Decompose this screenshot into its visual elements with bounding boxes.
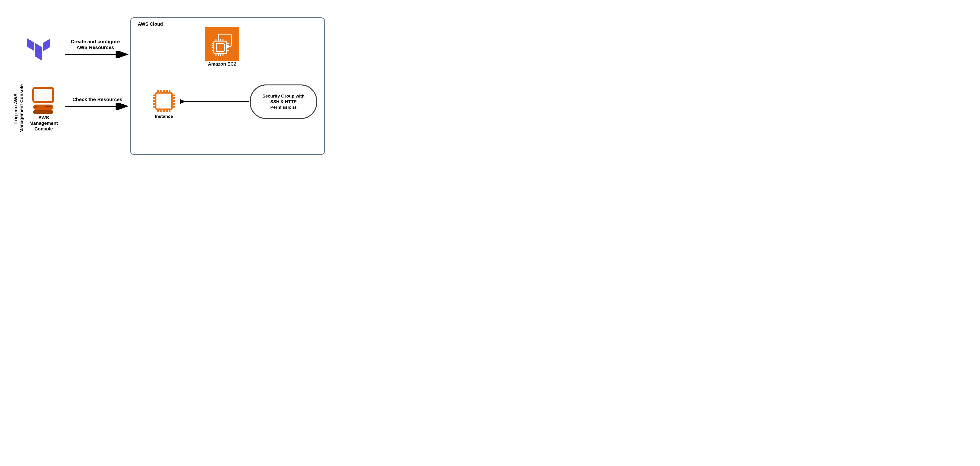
terraform-icon xyxy=(25,33,51,61)
svg-rect-19 xyxy=(156,93,172,109)
svg-rect-49 xyxy=(33,110,53,114)
log-into-console-label: Log into AWS Management Console xyxy=(13,82,24,135)
aws-console-icon xyxy=(30,86,56,114)
security-group-node: Security Group with SSH & HTTP Permissio… xyxy=(250,84,317,119)
aws-cloud-title: AWS Cloud xyxy=(138,21,163,27)
instance-label: Instance xyxy=(151,114,177,119)
svg-marker-43 xyxy=(43,39,50,51)
svg-marker-41 xyxy=(27,38,34,51)
svg-rect-50 xyxy=(45,106,51,107)
amazon-ec2-label: Amazon EC2 xyxy=(205,61,239,67)
ec2-chip-icon xyxy=(208,30,236,58)
arrow-sg-to-instance xyxy=(180,98,250,105)
svg-point-51 xyxy=(35,106,37,108)
aws-console-label: AWS Management Console xyxy=(26,115,61,132)
arrow-console-to-cloud xyxy=(64,103,131,110)
svg-rect-47 xyxy=(35,90,51,100)
security-group-line1: Security Group with xyxy=(262,94,305,98)
arrow-terraform-to-cloud xyxy=(64,51,131,58)
check-resources-label: Check the Resources xyxy=(70,97,124,102)
security-group-line2: SSH & HTTP xyxy=(270,99,297,104)
create-configure-label: Create and configure AWS Resources xyxy=(65,38,126,50)
security-group-line3: Permissions xyxy=(270,105,297,110)
instance-icon xyxy=(151,88,177,114)
amazon-ec2-icon xyxy=(205,27,239,61)
architecture-diagram: AWS Cloud xyxy=(0,0,350,168)
